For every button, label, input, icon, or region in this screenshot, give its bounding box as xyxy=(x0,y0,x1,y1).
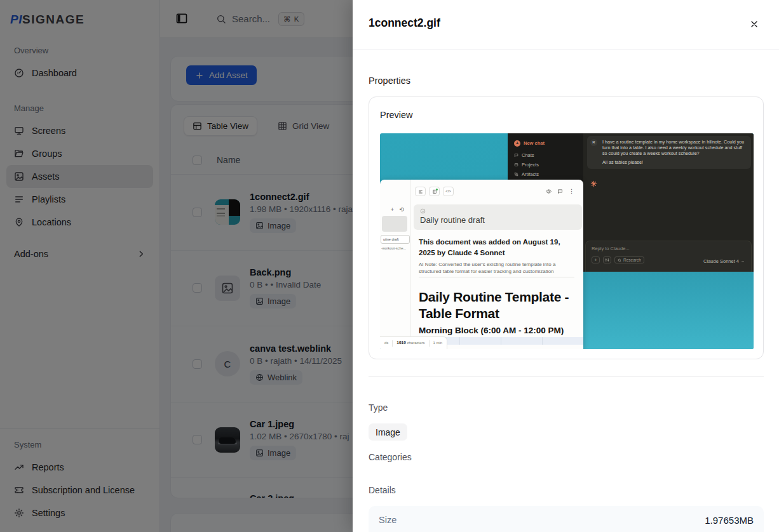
doc-code-icon: </> xyxy=(443,187,454,196)
chevron-down-icon xyxy=(741,260,745,263)
user-avatar: R xyxy=(590,139,597,146)
search-icon xyxy=(618,258,621,262)
categories-label: Categories xyxy=(369,452,412,462)
composer-research-button: Research xyxy=(614,256,644,263)
asset-details-sheet: 1connect2.gif Properties Preview + New c… xyxy=(353,0,779,532)
doc-heading: Daily Routine Template - Table Format xyxy=(419,289,571,323)
sheet-divider xyxy=(369,376,764,376)
new-chat-icon: + xyxy=(514,140,520,147)
sheet-title: 1connect2.gif xyxy=(369,17,440,30)
doc-ai-note: AI Note: Converted the user's existing r… xyxy=(419,261,574,275)
composer-plus-icon: + xyxy=(592,256,600,263)
doc-sidebar-item: utine draft xyxy=(381,235,410,244)
doc-mini-sidebar: + ⟲ utine draft -workout-sche... xyxy=(380,180,410,349)
doc-title: Daily routine draft xyxy=(420,215,582,225)
close-button[interactable] xyxy=(748,18,761,30)
preview-teal-region xyxy=(583,272,754,349)
artifacts-icon xyxy=(514,172,518,176)
model-selector: Claude Sonnet 4 xyxy=(703,258,745,264)
size-detail-row: Size 1.97653MB xyxy=(369,506,764,532)
doc-stats-bar: ds 1610 characters 1 min xyxy=(380,336,447,349)
doc-subheading: Morning Block (6:00 AM - 12:00 PM) xyxy=(419,326,564,336)
doc-book-icon xyxy=(429,187,440,196)
more-menu-icon: ⋮ xyxy=(569,188,574,195)
close-icon xyxy=(749,19,759,29)
chat-message-2: All as tables please! xyxy=(602,159,747,165)
size-value: 1.97653MB xyxy=(705,515,754,526)
composer-sliders-icon xyxy=(603,256,611,263)
preview-chat-area: R I have a routine template in my home w… xyxy=(583,133,754,272)
details-label: Details xyxy=(369,485,396,495)
comment-icon xyxy=(557,189,563,194)
chat-icon xyxy=(514,153,518,157)
chat-message: I have a routine template in my home wor… xyxy=(602,139,747,156)
preview-document-window: + ⟲ utine draft -workout-sche... xyxy=(380,180,583,349)
composer-placeholder: Reply to Claude... xyxy=(592,246,745,251)
preview-composer: Reply to Claude... + Research xyxy=(585,241,752,272)
doc-emoji-icon xyxy=(420,208,426,214)
type-label: Type xyxy=(369,402,388,413)
preview-label: Preview xyxy=(380,110,413,120)
preview-card: Preview + New chat Chats Projects xyxy=(369,96,764,359)
chat-message-bubble: R I have a routine template in my home w… xyxy=(587,136,751,169)
sheet-header-divider xyxy=(353,50,779,50)
asset-preview-image: + New chat Chats Projects Artifacts xyxy=(380,133,754,349)
doc-toolbar: </> xyxy=(415,187,454,196)
eye-icon xyxy=(546,189,552,194)
app-root: PISIGNAGE Overview Dashboard Manage Scre… xyxy=(0,0,779,532)
claude-spark-icon xyxy=(590,180,597,187)
type-value-chip: Image xyxy=(369,423,407,441)
doc-header-block: Daily routine draft xyxy=(414,204,582,230)
size-label: Size xyxy=(379,515,396,525)
doc-outline-icon xyxy=(415,187,426,196)
doc-sidebar-item: -workout-sche... xyxy=(381,246,410,251)
properties-label: Properties xyxy=(369,76,410,86)
box-icon xyxy=(514,163,518,167)
doc-added-line: This document was added on August 19, 20… xyxy=(419,237,565,258)
